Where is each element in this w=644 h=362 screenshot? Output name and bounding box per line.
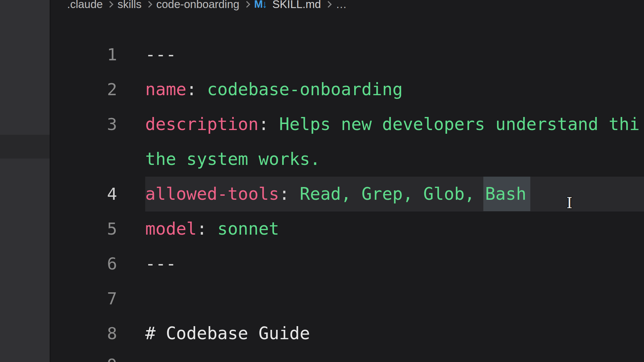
code-token: the system works. — [145, 149, 320, 169]
line-text[interactable]: --- — [145, 246, 176, 281]
line-number: 7 — [51, 281, 117, 316]
line-text[interactable]: allowed-tools: Read, Grep, Glob, Bash — [145, 177, 530, 212]
code-line[interactable]: 4 allowed-tools: Read, Grep, Glob, Bash — [51, 177, 644, 212]
code-token: : — [186, 79, 207, 99]
line-text[interactable]: description: Helps new developers unders… — [145, 107, 640, 142]
code-line[interactable]: 9 — [51, 351, 644, 362]
line-text[interactable]: the system works. — [145, 142, 320, 177]
line-number: 1 — [51, 37, 117, 72]
line-text[interactable]: name: codebase-onboarding — [145, 72, 403, 107]
code-line[interactable]: 3 description: Helps new developers unde… — [51, 107, 644, 142]
code-token: --- — [145, 45, 176, 64]
code-line[interactable]: 5 model: sonnet — [51, 212, 644, 246]
line-number: 8 — [51, 316, 117, 351]
code-token: # Codebase Guide — [145, 323, 310, 343]
line-text[interactable]: --- — [145, 37, 176, 72]
code-token: codebase-onboarding — [207, 79, 402, 99]
code-line[interactable]: 2 name: codebase-onboarding — [51, 72, 644, 107]
code-line[interactable]: 8 # Codebase Guide — [51, 316, 644, 351]
line-number: 2 — [51, 72, 117, 107]
line-text[interactable]: # Codebase Guide — [145, 316, 310, 351]
code-token: Read, Grep, Glob, — [300, 184, 485, 204]
code-token: --- — [145, 254, 176, 274]
line-number: 5 — [51, 212, 117, 246]
selected-text: Bash — [483, 177, 530, 211]
code-token: sonnet — [217, 219, 279, 239]
code-token: : — [279, 184, 300, 204]
code-token: description — [145, 114, 259, 134]
line-number: 9 — [51, 348, 117, 362]
sidebar-selected-item[interactable] — [0, 135, 50, 159]
explorer-sidebar[interactable] — [0, 0, 51, 362]
code-area[interactable]: 1 --- 2 name: codebase-onboarding 3 desc… — [51, 0, 644, 362]
line-number: 6 — [51, 246, 117, 281]
code-token: model — [145, 219, 197, 239]
line-number: 4 — [51, 177, 117, 212]
line-number — [51, 142, 117, 177]
code-token: name — [145, 79, 186, 99]
code-token: : — [259, 114, 279, 134]
code-token: allowed-tools — [145, 184, 279, 204]
line-text[interactable]: model: sonnet — [145, 212, 279, 246]
code-token: Helps new developers understand thi — [279, 114, 640, 134]
line-number: 3 — [51, 107, 117, 142]
code-line[interactable]: 6 --- — [51, 246, 644, 281]
code-line[interactable]: the system works. — [51, 142, 644, 177]
editor-pane[interactable]: .claudeskillscode-onboardingM↓SKILL.md… … — [51, 0, 644, 362]
code-token: : — [197, 219, 217, 239]
code-line[interactable]: 7 — [51, 281, 644, 316]
code-line[interactable]: 1 --- — [51, 37, 644, 72]
vscode-window: .claudeskillscode-onboardingM↓SKILL.md… … — [0, 0, 644, 362]
